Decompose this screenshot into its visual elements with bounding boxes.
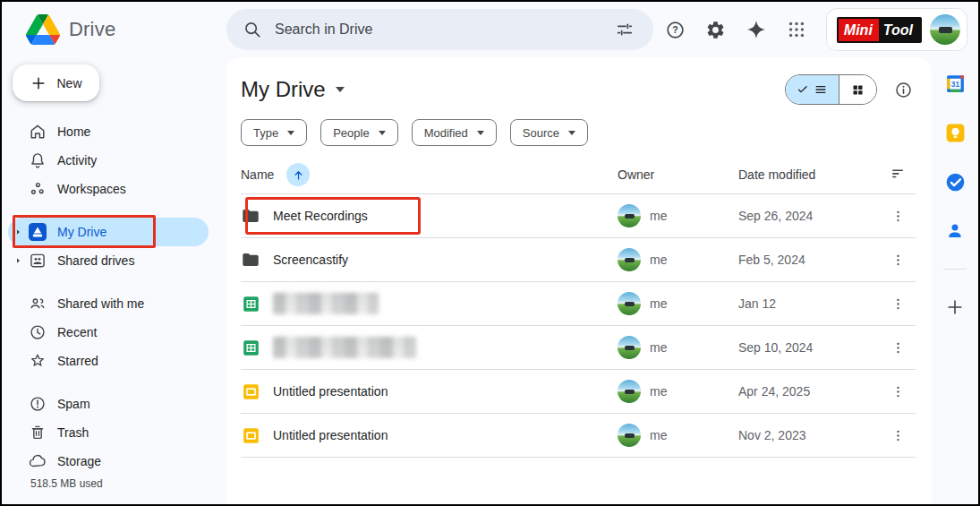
more-options-kebab-icon[interactable]: [884, 422, 911, 449]
sidebar-item-workspaces[interactable]: Workspaces: [8, 175, 209, 203]
owner-avatar: [618, 424, 641, 447]
chevron-down-icon: [287, 131, 294, 135]
table-row-untitled-presentation-1[interactable]: Untitled presentation me Apr 24, 2025: [241, 370, 916, 414]
sidebar-item-spam[interactable]: Spam: [8, 390, 209, 418]
sidebar-item-shared-drives[interactable]: Shared drives: [8, 246, 209, 275]
redacted-file-name: [273, 293, 379, 314]
chevron-right-icon[interactable]: [14, 228, 22, 236]
owner-avatar: [618, 292, 641, 315]
owner-avatar: [618, 380, 641, 403]
table-row-spreadsheet-redacted[interactable]: me Sep 10, 2024: [241, 326, 916, 370]
bell-icon: [29, 151, 47, 169]
google-tasks-icon[interactable]: [943, 170, 967, 193]
google-keep-icon[interactable]: [943, 121, 967, 144]
drive-brand[interactable]: Drive: [2, 14, 226, 45]
side-panel-rail: 31: [932, 57, 978, 504]
google-apps-grid-button[interactable]: [779, 12, 814, 47]
trash-icon: [29, 424, 47, 442]
google-calendar-icon[interactable]: 31: [943, 72, 967, 95]
my-drive-icon: [29, 223, 47, 241]
sidebar-item-activity[interactable]: Activity: [8, 146, 209, 175]
google-sheets-icon: [241, 338, 260, 357]
search-bar[interactable]: Search in Drive: [226, 9, 653, 50]
plus-icon: [30, 74, 47, 92]
get-add-ons-plus-button[interactable]: [943, 296, 967, 319]
google-contacts-icon[interactable]: [943, 219, 967, 243]
sidebar-item-starred[interactable]: Starred: [8, 347, 209, 375]
google-drive-window: Drive Search in Drive ?: [0, 0, 980, 506]
new-button[interactable]: New: [13, 64, 99, 101]
more-options-kebab-icon[interactable]: [884, 334, 911, 361]
sort-ascending-button[interactable]: [286, 163, 310, 186]
cloud-icon: [29, 452, 47, 470]
table-row-meet-recordings[interactable]: Meet Recordings me Sep 26, 2024: [241, 194, 916, 238]
star-icon: [29, 352, 47, 370]
search-icon: [243, 20, 262, 39]
workspaces-icon: [29, 180, 47, 198]
chevron-down-icon: [568, 131, 575, 135]
folder-icon: [241, 206, 260, 226]
search-options-icon[interactable]: [610, 15, 639, 44]
sidebar-item-home[interactable]: Home: [8, 117, 209, 146]
svg-text:31: 31: [950, 80, 959, 89]
search-input[interactable]: Search in Drive: [275, 21, 598, 38]
sidebar-section-drives: My Drive Shared drives: [2, 218, 226, 275]
grid-view-icon: [851, 83, 865, 97]
column-header-date-modified[interactable]: Date modified: [738, 167, 815, 182]
sidebar-item-shared-with-me[interactable]: Shared with me: [8, 289, 209, 318]
minitool-logo: MiniTool: [837, 17, 922, 43]
sort-options-icon[interactable]: [890, 166, 906, 184]
table-row-screencastify[interactable]: Screencastify me Feb 5, 2024: [241, 238, 916, 282]
details-info-button[interactable]: [891, 77, 916, 102]
owner-avatar: [618, 336, 641, 359]
list-view-button-selected[interactable]: [786, 75, 839, 104]
gemini-sparkle-button[interactable]: [738, 12, 774, 47]
grid-view-button[interactable]: [839, 75, 876, 104]
more-options-kebab-icon[interactable]: [884, 290, 911, 317]
help-button[interactable]: ?: [658, 12, 694, 47]
redacted-file-name: [273, 337, 416, 358]
settings-gear-button[interactable]: [698, 12, 734, 47]
sidebar-item-my-drive[interactable]: My Drive: [8, 218, 209, 246]
app-title: Drive: [69, 18, 115, 41]
top-bar: Drive Search in Drive ?: [2, 2, 978, 57]
arrow-up-icon: [292, 168, 305, 182]
page-title-my-drive[interactable]: My Drive: [241, 77, 345, 102]
chevron-down-icon: [379, 131, 386, 135]
sidebar-section-storage: Spam Trash Storage 518.5 MB used: [2, 390, 226, 490]
sidebar-item-storage[interactable]: Storage: [8, 447, 209, 476]
filter-chip-source[interactable]: Source: [510, 119, 588, 146]
storage-used-label: 518.5 MB used: [2, 477, 226, 490]
more-options-kebab-icon[interactable]: [884, 246, 911, 273]
main-content-card: My Drive: [226, 57, 932, 504]
shared-people-icon: [29, 295, 47, 313]
filter-chip-modified[interactable]: Modified: [412, 119, 497, 146]
account-avatar[interactable]: [930, 14, 960, 45]
view-toggle[interactable]: [785, 74, 877, 105]
svg-text:?: ?: [673, 24, 678, 35]
account-chip[interactable]: MiniTool: [826, 8, 967, 51]
column-header-name[interactable]: Name: [241, 167, 274, 182]
list-view-icon: [814, 82, 828, 97]
sidebar-item-trash[interactable]: Trash: [8, 418, 209, 447]
chevron-right-icon[interactable]: [14, 257, 22, 265]
google-slides-icon: [241, 425, 260, 445]
google-slides-icon: [241, 382, 260, 401]
more-options-kebab-icon[interactable]: [884, 202, 911, 229]
table-header: Name Owner Date modified: [241, 156, 916, 194]
sidebar-item-recent[interactable]: Recent: [8, 318, 209, 347]
spam-icon: [29, 395, 47, 413]
filter-chip-type[interactable]: Type: [241, 119, 307, 146]
more-options-kebab-icon[interactable]: [884, 378, 911, 405]
drive-logo-icon: [26, 14, 60, 45]
file-table: Name Owner Date modified Meet: [241, 156, 916, 458]
table-row-spreadsheet-redacted[interactable]: me Jan 12: [241, 282, 916, 326]
filter-chips: Type People Modified Source: [241, 119, 916, 146]
filter-chip-people[interactable]: People: [320, 119, 397, 146]
column-header-owner[interactable]: Owner: [618, 167, 654, 182]
table-row-untitled-presentation-2[interactable]: Untitled presentation me Nov 2, 2023: [241, 414, 916, 458]
topbar-actions: ? MiniTool: [653, 8, 978, 51]
home-icon: [29, 123, 47, 141]
sidebar: New Home Activity Workspaces: [2, 57, 226, 504]
shared-drives-icon: [29, 252, 47, 270]
